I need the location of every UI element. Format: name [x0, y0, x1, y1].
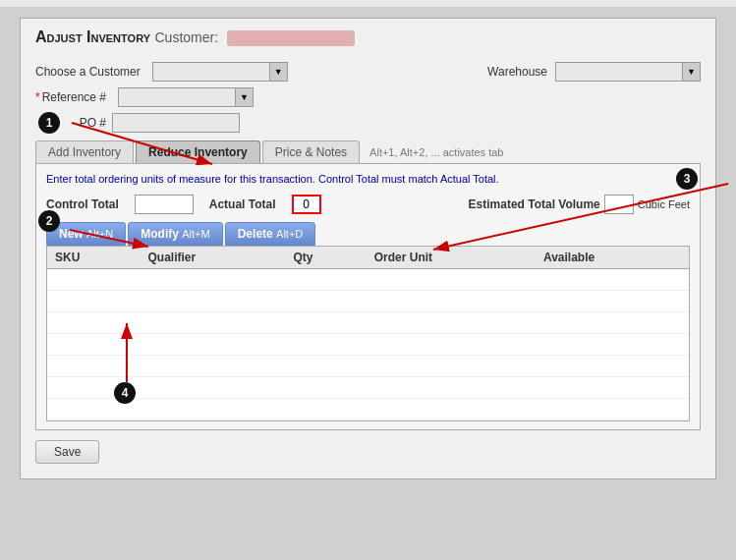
col-qty: Qty	[285, 247, 366, 269]
customer-label: Customer:	[154, 29, 218, 45]
table-row	[47, 312, 689, 334]
annotation-3: 3	[676, 168, 698, 190]
choose-customer-label: Choose a Customer	[35, 65, 141, 79]
warehouse-dropdown-btn[interactable]: ▼	[683, 62, 701, 82]
warehouse-label: Warehouse	[487, 65, 547, 79]
table-row	[47, 399, 689, 420]
customer-input[interactable]	[152, 62, 270, 82]
save-button[interactable]: Save	[35, 440, 99, 464]
col-order-unit: Order Unit	[367, 247, 536, 269]
page-title: Adjust Inventory Customer:	[35, 28, 701, 50]
po-input[interactable]	[112, 113, 240, 133]
tab-reduce-inventory[interactable]: Reduce Inventory	[136, 140, 260, 163]
col-available: Available	[536, 247, 689, 269]
table-row	[47, 269, 689, 291]
annotation-1: 1	[38, 112, 60, 134]
reference-input[interactable]	[118, 87, 236, 107]
delete-button[interactable]: Delete Alt+D	[225, 222, 316, 246]
customer-warehouse-row: Choose a Customer ▼ Warehouse ▼	[35, 62, 701, 82]
customer-dropdown-btn[interactable]: ▼	[270, 62, 288, 82]
reference-dropdown-btn[interactable]: ▼	[236, 87, 254, 107]
actual-total-value: 0	[292, 195, 321, 214]
actual-total-label: Actual Total	[209, 197, 276, 211]
table-row	[47, 377, 689, 399]
annotation-4: 4	[114, 382, 136, 404]
info-text: Enter total ordering units of measure fo…	[46, 172, 690, 187]
cubic-feet-label: Cubic Feet	[638, 198, 690, 210]
po-row: PO #	[35, 113, 701, 133]
choose-customer-field[interactable]: ▼	[152, 62, 288, 82]
inventory-table-wrap: SKU Qualifier Qty Order Unit Available	[46, 246, 690, 421]
warehouse-field[interactable]: ▼	[555, 62, 701, 82]
table-header-row: SKU Qualifier Qty Order Unit Available	[47, 247, 689, 269]
warehouse-input[interactable]	[555, 62, 683, 82]
estimated-group: Estimated Total Volume 0 Cubic Feet	[469, 195, 690, 214]
inventory-actions: New Alt+N Modify Alt+M Delete Alt+D	[46, 222, 690, 246]
estimated-input[interactable]: 0	[604, 195, 634, 214]
inventory-table: SKU Qualifier Qty Order Unit Available	[47, 247, 689, 420]
estimated-label: Estimated Total Volume	[469, 197, 600, 211]
save-section: Save	[35, 440, 701, 464]
annotation-2: 2	[38, 210, 60, 232]
tab-hint: Alt+1, Alt+2, ... activates tab	[369, 146, 503, 158]
page-title-text: Adjust Inventory	[35, 28, 150, 45]
modify-button[interactable]: Modify Alt+M	[128, 222, 222, 246]
tabs-row: Add Inventory Reduce Inventory Price & N…	[35, 140, 701, 163]
reference-label: Reference #	[35, 90, 106, 104]
table-row	[47, 356, 689, 377]
reference-field[interactable]: ▼	[118, 87, 254, 107]
warehouse-group: Warehouse ▼	[487, 62, 701, 82]
control-total-label: Control Total	[46, 197, 119, 211]
control-total-input[interactable]: 750	[135, 195, 194, 214]
customer-value	[227, 30, 355, 46]
col-sku: SKU	[47, 247, 141, 269]
table-row	[47, 291, 689, 312]
tab-add-inventory[interactable]: Add Inventory	[35, 140, 134, 163]
table-row	[47, 334, 689, 356]
tab-price-notes[interactable]: Price & Notes	[262, 140, 360, 163]
totals-row: Control Total 750 Actual Total 0 Estimat…	[46, 195, 690, 214]
reference-row: Reference # ▼	[35, 87, 701, 107]
col-qualifier: Qualifier	[141, 247, 286, 269]
